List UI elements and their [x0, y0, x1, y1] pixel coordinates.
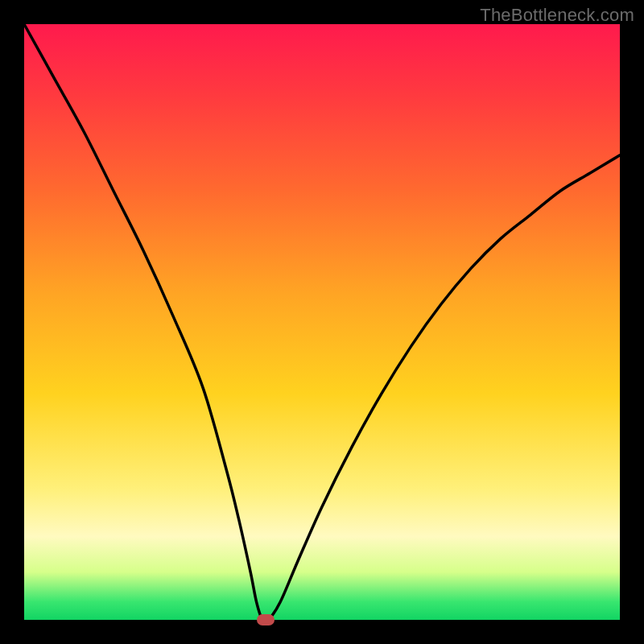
- optimal-point-marker: [257, 614, 275, 625]
- chart-frame: TheBottleneck.com: [0, 0, 644, 644]
- watermark-text: TheBottleneck.com: [480, 5, 634, 26]
- plot-area: [24, 24, 620, 620]
- bottleneck-curve: [24, 24, 620, 620]
